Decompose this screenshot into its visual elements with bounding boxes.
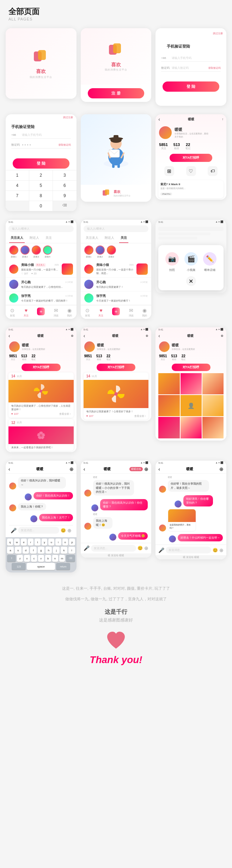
key-x[interactable]: x	[24, 555, 30, 562]
plus-icon-2[interactable]: ⊕	[144, 545, 148, 551]
back-chat-3[interactable]: ‹	[158, 466, 160, 472]
feed-item-3[interactable]: 张宇亮 3小时前 今天发现了一家超好吃的餐厅，强烈推荐！	[6, 291, 77, 305]
emoji-icon-3[interactable]: 😊	[213, 548, 218, 553]
numpad-4[interactable]: 4	[6, 181, 29, 191]
numpad-7[interactable]: 7	[6, 191, 29, 201]
code-input-1[interactable]: 请输入验证码	[172, 66, 206, 70]
skip-link-2[interactable]: 跳过注册	[6, 114, 77, 121]
key-y[interactable]: y	[42, 539, 48, 546]
story-item-6[interactable]: 好友2	[96, 245, 105, 259]
feed-item-1[interactable]: 美味小猫 关注友人 刚刚 朋友送我一只小猫，一直是个乖小猫，就是喜欢... ♡ …	[6, 261, 77, 278]
login-button-1[interactable]: 登 陆	[163, 81, 219, 92]
nav-discover-2[interactable]: ⊙发现	[85, 308, 90, 317]
back-btn-profile[interactable]: ‹	[158, 116, 160, 122]
view-all-2[interactable]: 查看全部 ›	[134, 414, 146, 418]
nav-discover-1[interactable]: ⊙发现	[10, 308, 15, 317]
photo-cell-1[interactable]	[158, 373, 179, 394]
nav-msg-2[interactable]: ✉消息	[129, 308, 134, 317]
key-i[interactable]: i	[55, 539, 61, 546]
story-item-4[interactable]: 好友4	[43, 245, 52, 259]
greet-button-3[interactable]: 对TA打招呼	[97, 364, 135, 371]
plus-icon-1[interactable]: ⊕	[67, 528, 72, 533]
action-video[interactable]: 🎬 小视频	[184, 252, 198, 272]
key-u[interactable]: u	[48, 539, 54, 546]
photo-cell-8[interactable]	[181, 417, 202, 438]
tab-hot-2[interactable]: 关注	[119, 233, 128, 243]
more-icon-2[interactable]: ⊕	[71, 334, 74, 338]
feed-item-2[interactable]: 开心跑 2小时前 每天跑步让我更健康了，心情也特别...	[6, 278, 77, 291]
voice-icon-3[interactable]: 🎤	[158, 547, 164, 553]
key-e[interactable]: e	[21, 539, 27, 546]
tab-follow-2[interactable]: 关注友人	[84, 233, 100, 243]
get-code-link-1[interactable]: 获取验证码	[208, 66, 221, 70]
key-n[interactable]: n	[52, 555, 58, 562]
login-button-2[interactable]: 登 陆	[13, 158, 69, 169]
story-item-1[interactable]: 好友1	[9, 245, 18, 259]
key-q[interactable]: q	[7, 539, 13, 546]
nav-me-1[interactable]: ◉我的	[67, 308, 72, 317]
msg-input-2[interactable]: 发送消息...	[91, 545, 136, 552]
story-item-5[interactable]: 好友1	[84, 245, 93, 259]
phone-input-1[interactable]: 请输入手机号码	[172, 56, 221, 60]
greet-button-1[interactable]: 对TA打招呼	[170, 154, 212, 162]
add-chat-2[interactable]: ⊕	[144, 466, 148, 472]
feed-item-4[interactable]: 美味小猫 刚刚 朋友送我一只小猫，一直是个乖小猫，就是...	[81, 261, 152, 278]
greet-button-2[interactable]: 对TA打招呼	[22, 364, 60, 371]
bookmark-icon[interactable]: ♡	[186, 166, 196, 176]
numpad-5[interactable]: 5	[29, 181, 53, 191]
story-item-3[interactable]: 好友3	[32, 245, 41, 259]
phone-input-2[interactable]: 请输入手机号码	[22, 133, 71, 137]
add-chat-3[interactable]: ⊕	[219, 466, 224, 472]
key-123[interactable]: 123	[12, 563, 26, 570]
numpad-2[interactable]: 2	[29, 170, 53, 181]
nav-add-1[interactable]: +	[37, 308, 45, 317]
numpad-8[interactable]: 8	[29, 191, 53, 201]
numpad-backspace[interactable]: ⌫	[53, 201, 77, 211]
nav-follow-1[interactable]: ♥关注	[24, 308, 29, 317]
key-space[interactable]: space	[27, 563, 55, 570]
plus-icon-3[interactable]: ⊕	[219, 547, 224, 553]
tag-icon[interactable]: 🏷	[208, 166, 218, 176]
msg-input-1[interactable]: 发送消息...	[18, 527, 59, 534]
back-profile-2[interactable]: ‹	[8, 333, 10, 339]
numpad-3[interactable]: 3	[53, 170, 77, 181]
feed-item-6[interactable]: 张宇亮 3小时前 今天发现了一家超好吃的餐厅！	[81, 291, 152, 305]
numpad-action[interactable]	[6, 201, 29, 211]
shared-card[interactable]: 这是我拍的照片，喜欢吗？	[168, 509, 196, 532]
photo-cell-4[interactable]	[158, 395, 179, 416]
action-post[interactable]: ✏️ 晒单店铺	[203, 252, 216, 272]
key-f[interactable]: f	[30, 547, 37, 554]
key-backspace[interactable]: ⌫	[66, 555, 75, 562]
story-item-7[interactable]: 好友3	[107, 245, 116, 259]
grid-view-icon[interactable]: ⊞	[164, 166, 174, 176]
tab-hot[interactable]: 关注	[44, 233, 53, 243]
key-a[interactable]: a	[7, 547, 14, 554]
key-shift[interactable]: ⇧	[7, 555, 16, 562]
key-d[interactable]: d	[23, 547, 29, 554]
voice-icon-2[interactable]: 🎤	[84, 545, 90, 551]
feed-item-5[interactable]: 开心跑 2小时前 每天跑步让我更健康了！	[81, 278, 152, 291]
photo-cell-2[interactable]	[181, 373, 202, 394]
numpad-9[interactable]: 9	[53, 191, 77, 201]
key-p[interactable]: p	[69, 539, 75, 546]
nav-follow-2[interactable]: ♥关注	[98, 308, 103, 317]
share-icon[interactable]: ↑	[222, 117, 224, 121]
back-chat-2[interactable]: ‹	[84, 466, 85, 472]
key-return[interactable]: return	[56, 563, 70, 570]
photo-cell-5[interactable]: 👤	[181, 395, 202, 416]
tab-follow[interactable]: 关注友人	[9, 233, 25, 243]
key-z[interactable]: z	[17, 555, 23, 562]
back-profile-3[interactable]: ‹	[84, 333, 85, 339]
photo-cell-6[interactable]	[202, 395, 224, 416]
greet-button-4[interactable]: 对TA打招呼	[172, 364, 210, 371]
key-o[interactable]: o	[62, 539, 68, 546]
key-c[interactable]: c	[31, 555, 37, 562]
search-bar-2[interactable]: 输入人/晒单人	[84, 225, 149, 232]
more-icon-4[interactable]: ⊕	[221, 334, 224, 338]
key-k[interactable]: k	[61, 547, 67, 554]
story-item-2[interactable]: 好友2	[20, 245, 30, 259]
key-m[interactable]: m	[59, 555, 65, 562]
key-h[interactable]: h	[45, 547, 52, 554]
numpad-1[interactable]: 1	[6, 170, 29, 181]
nav-add-2[interactable]: +	[112, 308, 120, 317]
